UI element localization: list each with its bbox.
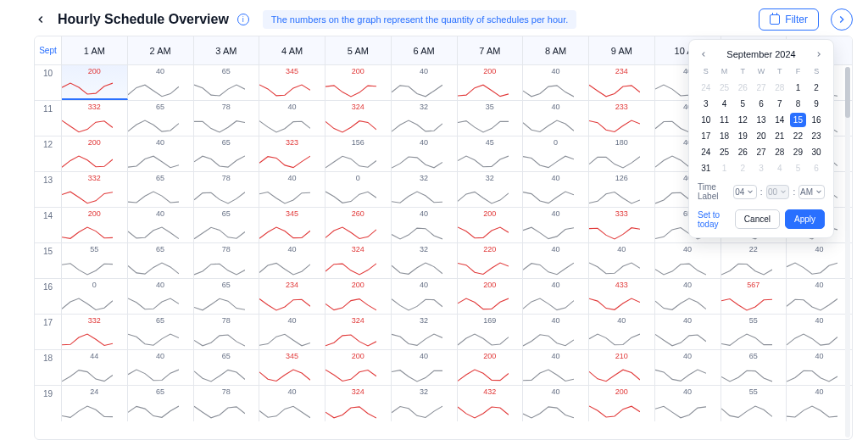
schedule-cell[interactable]: 180 [589,136,655,171]
ampm-select[interactable]: AM [798,185,825,199]
calendar-day[interactable]: 19 [734,129,751,143]
schedule-cell[interactable]: 345 [259,350,326,385]
calendar-day[interactable]: 8 [790,97,807,111]
schedule-cell[interactable]: 22 [721,243,787,278]
calendar-day[interactable]: 12 [734,113,751,127]
schedule-cell[interactable]: 40 [259,315,326,349]
calendar-day[interactable]: 4 [716,97,733,111]
schedule-cell[interactable]: 200 [62,136,128,171]
schedule-cell[interactable]: 65 [194,208,260,242]
hour-header[interactable]: 6 AM [392,36,458,64]
schedule-cell[interactable]: 40 [259,101,326,136]
schedule-cell[interactable]: 40 [523,172,589,207]
schedule-cell[interactable]: 40 [128,208,194,242]
calendar-day[interactable]: 23 [808,129,825,143]
schedule-cell[interactable]: 65 [128,101,194,136]
hour-header[interactable]: 1 AM [62,36,128,64]
schedule-cell[interactable]: 433 [589,279,655,314]
schedule-cell[interactable]: 40 [523,279,589,314]
schedule-cell[interactable]: 55 [721,386,787,421]
apply-button[interactable]: Apply [785,209,825,229]
schedule-cell[interactable]: 65 [194,279,260,314]
schedule-cell[interactable]: 333 [589,208,655,242]
schedule-cell[interactable]: 32 [458,172,524,207]
calendar-day[interactable]: 2 [808,81,825,95]
schedule-cell[interactable]: 40 [392,208,458,242]
schedule-cell[interactable]: 0 [326,172,392,207]
schedule-cell[interactable]: 40 [259,243,326,278]
calendar-day[interactable]: 24 [698,145,715,159]
calendar-day[interactable]: 1 [790,81,807,95]
calendar-day[interactable]: 28 [771,145,788,159]
filter-button[interactable]: Filter [759,8,819,31]
schedule-cell[interactable]: 40 [589,243,655,278]
hour-header[interactable]: 7 AM [458,36,524,64]
schedule-cell[interactable]: 345 [259,65,326,100]
schedule-cell[interactable]: 0 [523,136,589,171]
hour-header[interactable]: 5 AM [326,36,392,64]
schedule-cell[interactable]: 40 [523,350,589,385]
schedule-cell[interactable]: 200 [326,350,392,385]
calendar-day[interactable]: 20 [753,129,770,143]
schedule-cell[interactable]: 78 [194,315,260,349]
schedule-cell[interactable]: 567 [721,279,787,314]
schedule-cell[interactable]: 156 [326,136,392,171]
schedule-cell[interactable]: 65 [194,136,260,171]
calendar-day[interactable]: 6 [753,97,770,111]
calendar-day[interactable]: 25 [716,145,733,159]
scrollbar-track[interactable] [845,67,850,437]
schedule-cell[interactable]: 40 [523,243,589,278]
schedule-cell[interactable]: 40 [259,386,326,421]
schedule-cell[interactable]: 40 [787,350,852,385]
schedule-cell[interactable]: 126 [589,172,655,207]
calendar-day[interactable]: 26 [734,145,751,159]
schedule-cell[interactable]: 40 [128,65,194,100]
schedule-cell[interactable]: 44 [62,350,128,385]
calendar-day[interactable]: 16 [808,113,825,127]
schedule-cell[interactable]: 40 [589,315,655,349]
set-to-today-link[interactable]: Set to today [698,210,725,229]
schedule-cell[interactable]: 260 [326,208,392,242]
calendar-day[interactable]: 5 [734,97,751,111]
schedule-cell[interactable]: 40 [392,279,458,314]
schedule-cell[interactable]: 233 [589,101,655,136]
schedule-cell[interactable]: 0 [62,279,128,314]
schedule-cell[interactable]: 40 [392,136,458,171]
hour-header[interactable]: 3 AM [194,36,260,64]
schedule-cell[interactable]: 40 [655,279,721,314]
schedule-cell[interactable]: 40 [259,172,326,207]
calendar-day[interactable]: 21 [771,129,788,143]
schedule-cell[interactable]: 324 [326,101,392,136]
calendar-day[interactable]: 9 [808,97,825,111]
schedule-cell[interactable]: 78 [194,386,260,421]
schedule-cell[interactable]: 40 [523,208,589,242]
schedule-cell[interactable]: 32 [392,101,458,136]
schedule-cell[interactable]: 40 [523,315,589,349]
calendar-day[interactable]: 17 [698,129,715,143]
schedule-cell[interactable]: 78 [194,172,260,207]
hour-header[interactable]: 4 AM [259,36,326,64]
calendar-day[interactable]: 11 [716,113,733,127]
schedule-cell[interactable]: 65 [128,172,194,207]
schedule-cell[interactable]: 65 [128,243,194,278]
schedule-cell[interactable]: 40 [655,243,721,278]
schedule-cell[interactable]: 220 [458,243,524,278]
calendar-day[interactable]: 30 [808,145,825,159]
back-button[interactable] [34,13,47,26]
schedule-cell[interactable]: 200 [458,350,524,385]
schedule-cell[interactable]: 32 [392,315,458,349]
schedule-cell[interactable]: 65 [128,315,194,349]
schedule-cell[interactable]: 40 [787,386,852,421]
calendar-day[interactable]: 27 [753,145,770,159]
schedule-cell[interactable]: 200 [458,65,524,100]
schedule-cell[interactable]: 40 [523,101,589,136]
schedule-cell[interactable]: 40 [392,65,458,100]
schedule-cell[interactable]: 324 [326,315,392,349]
schedule-cell[interactable]: 332 [62,101,128,136]
schedule-cell[interactable]: 332 [62,172,128,207]
schedule-cell[interactable]: 200 [62,208,128,242]
calendar-day[interactable]: 29 [790,145,807,159]
schedule-cell[interactable]: 65 [194,65,260,100]
schedule-cell[interactable]: 78 [194,101,260,136]
calendar-day[interactable]: 18 [716,129,733,143]
